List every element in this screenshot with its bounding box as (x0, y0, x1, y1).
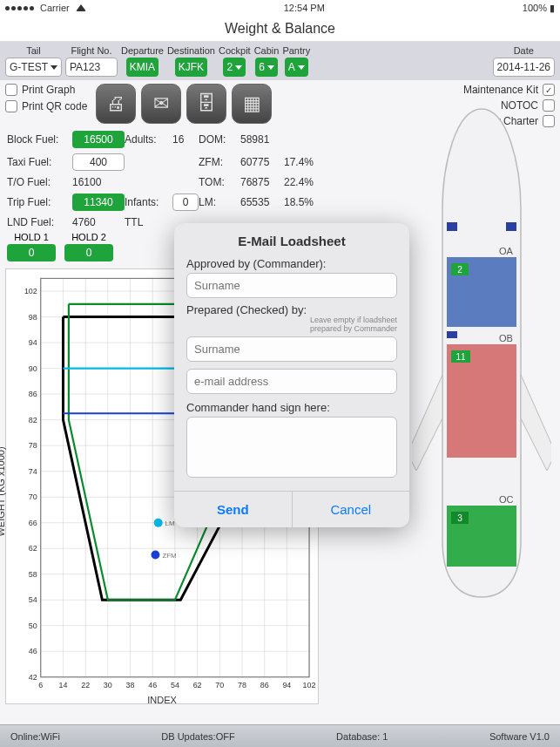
svg-text:98: 98 (29, 313, 37, 322)
svg-text:82: 82 (29, 416, 37, 424)
pantry-select[interactable]: A (285, 58, 308, 77)
svg-text:102: 102 (303, 681, 316, 689)
svg-text:58: 58 (29, 570, 37, 579)
svg-point-62 (151, 551, 159, 560)
svg-text:50: 50 (29, 621, 37, 630)
aircraft-layout: OA 2 OB 11 OC 3 (412, 105, 551, 601)
chevron-down-icon (298, 65, 305, 70)
database-button[interactable]: 🗄 (186, 84, 226, 124)
mail-icon: ✉ (153, 92, 169, 115)
email-loadsheet-dialog: E-Mail Loadsheet Approved by (Commander)… (174, 223, 409, 527)
svg-text:78: 78 (29, 441, 37, 450)
maint-kit-check[interactable]: Maintenance Kit (463, 84, 555, 96)
svg-text:70: 70 (215, 681, 224, 689)
svg-text:102: 102 (24, 287, 37, 295)
svg-text:90: 90 (29, 364, 37, 373)
approved-surname-input[interactable] (186, 273, 397, 298)
svg-rect-78 (506, 222, 516, 231)
flightno-input[interactable] (65, 58, 118, 77)
database-icon: 🗄 (197, 92, 216, 115)
status-bar: Carrier 12:54 PM 100% ▮ (0, 0, 560, 16)
hold2-input[interactable]: 0 (64, 244, 113, 261)
filter-row: Tail G-TEST Flight No. Departure KMIA De… (0, 42, 560, 80)
chevron-down-icon (51, 65, 57, 70)
page-title: Weight & Balance (0, 16, 560, 42)
carrier-label: Carrier (40, 3, 70, 13)
print-qr-check[interactable]: Print QR code (5, 100, 87, 112)
svg-text:78: 78 (238, 681, 246, 689)
send-button[interactable]: Send (174, 492, 292, 527)
svg-text:OC: OC (499, 494, 514, 505)
date-input[interactable]: 2014-11-26 (493, 58, 555, 77)
svg-text:2: 2 (457, 265, 462, 275)
status-footer: Online:WiFi DB Updates:OFF Database: 1 S… (0, 724, 560, 747)
svg-text:42: 42 (29, 673, 37, 682)
prepared-surname-input[interactable] (186, 336, 397, 362)
svg-point-60 (154, 519, 163, 527)
cancel-button[interactable]: Cancel (292, 492, 410, 527)
svg-rect-79 (447, 331, 457, 338)
svg-text:14: 14 (58, 681, 67, 689)
svg-text:62: 62 (29, 544, 37, 553)
signature-pad[interactable] (186, 417, 397, 478)
qr-button[interactable]: ▦ (232, 84, 272, 124)
svg-text:11: 11 (455, 352, 466, 362)
printer-icon: 🖨 (106, 92, 125, 115)
svg-text:94: 94 (29, 338, 37, 347)
battery-pct: 100% (523, 3, 547, 13)
trip-fuel-input[interactable]: 11340 (72, 194, 125, 211)
print-button[interactable]: 🖨 (96, 84, 136, 124)
email-input[interactable] (186, 369, 397, 394)
qr-icon: ▦ (243, 92, 261, 115)
chevron-down-icon (235, 65, 242, 70)
svg-text:OB: OB (499, 333, 513, 343)
destination-select[interactable]: KJFK (175, 58, 207, 77)
svg-text:30: 30 (104, 681, 112, 689)
svg-text:94: 94 (282, 681, 291, 689)
svg-text:62: 62 (193, 681, 202, 689)
infants-input[interactable]: 0 (172, 194, 199, 211)
svg-text:86: 86 (29, 390, 37, 398)
tail-select[interactable]: G-TEST (5, 58, 62, 77)
svg-text:66: 66 (29, 519, 37, 527)
dialog-title: E-Mail Loadsheet (186, 234, 397, 248)
svg-text:74: 74 (29, 467, 37, 476)
svg-text:46: 46 (29, 647, 37, 655)
svg-text:LM: LM (165, 520, 175, 527)
svg-text:6: 6 (38, 681, 43, 689)
chevron-down-icon (267, 65, 274, 70)
cabin-select[interactable]: 6 (255, 58, 278, 77)
svg-text:54: 54 (171, 681, 179, 689)
clock: 12:54 PM (284, 3, 325, 13)
svg-text:22: 22 (81, 681, 90, 689)
hold1-input[interactable]: 0 (7, 244, 56, 261)
svg-text:86: 86 (260, 681, 269, 689)
svg-text:70: 70 (29, 492, 37, 501)
svg-text:38: 38 (126, 681, 135, 689)
svg-text:ZFM: ZFM (162, 552, 176, 560)
print-graph-check[interactable]: Print Graph (5, 84, 87, 96)
departure-select[interactable]: KMIA (126, 58, 159, 77)
svg-text:3: 3 (457, 513, 462, 523)
email-button[interactable]: ✉ (141, 84, 181, 124)
wifi-icon (76, 4, 86, 11)
svg-text:46: 46 (148, 681, 157, 689)
cockpit-select[interactable]: 2 (223, 58, 246, 77)
svg-text:OA: OA (499, 246, 514, 256)
block-fuel-input[interactable]: 16500 (72, 131, 125, 148)
taxi-fuel-input[interactable]: 400 (72, 153, 125, 171)
svg-text:54: 54 (29, 595, 37, 604)
svg-rect-77 (447, 222, 457, 231)
